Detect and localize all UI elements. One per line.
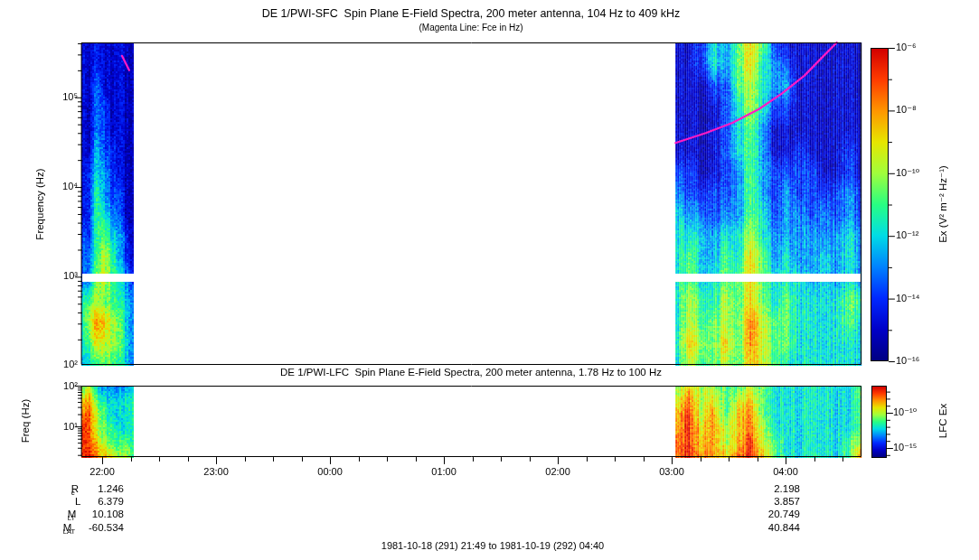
date-range-label: 1981-10-18 (291) 21:49 to 1981-10-19 (29… bbox=[381, 540, 604, 551]
lfc-colorbar-tick-label: 10⁻¹⁰ bbox=[893, 406, 917, 418]
sfc-colorbar bbox=[871, 48, 889, 361]
x-axis-tick-label: 04:00 bbox=[773, 466, 798, 478]
spectrogram-figure: DE 1/PWI-SFC Spin Plane E-Field Spectra,… bbox=[0, 0, 979, 560]
sfc-colorbar-label: Ex (V² m⁻² Hz⁻¹) bbox=[937, 165, 949, 243]
sfc-colorbar-tick-label: 10⁻¹⁰ bbox=[896, 167, 919, 179]
x-axis-tick-label: 03:00 bbox=[659, 466, 684, 478]
ephemeris-value-right: 40.844 bbox=[0, 522, 800, 534]
x-axis-tick-label: 02:00 bbox=[545, 466, 570, 478]
lfc-colorbar-tick-label: 10⁻¹⁵ bbox=[893, 442, 917, 453]
spectrogram-canvas bbox=[0, 0, 979, 560]
sfc-panel-subtitle: (Magenta Line: Fce in Hz) bbox=[419, 23, 522, 33]
sfc-y-tick-label: 10³ bbox=[40, 270, 78, 282]
x-axis-tick-label: 23:00 bbox=[203, 466, 229, 478]
sfc-y-tick-label: 10⁴ bbox=[40, 181, 78, 192]
sfc-colorbar-tick-label: 10⁻¹² bbox=[896, 229, 918, 241]
lfc-y-tick-label: 10² bbox=[40, 380, 78, 392]
lfc-colorbar bbox=[871, 386, 887, 458]
x-axis-tick-label: 22:00 bbox=[89, 466, 115, 478]
lfc-colorbar-label: LFC Ex bbox=[937, 404, 948, 438]
sfc-colorbar-tick-label: 10⁻¹⁴ bbox=[896, 293, 919, 304]
sfc-y-tick-label: 10² bbox=[40, 359, 78, 370]
lfc-panel-title: DE 1/PWI-LFC Spin Plane E-Field Spectra,… bbox=[280, 367, 662, 378]
lfc-y-tick-label: 10¹ bbox=[40, 421, 78, 433]
sfc-y-axis-label: Frequency (Hz) bbox=[34, 168, 45, 239]
x-axis-tick-label: 00:00 bbox=[317, 466, 343, 478]
sfc-colorbar-tick-label: 10⁻⁸ bbox=[896, 104, 917, 116]
sfc-panel-title: DE 1/PWI-SFC Spin Plane E-Field Spectra,… bbox=[262, 7, 681, 20]
ephemeris-value-right: 2.198 bbox=[0, 483, 800, 495]
sfc-colorbar-tick-label: 10⁻¹⁶ bbox=[896, 355, 919, 367]
x-axis-tick-label: 01:00 bbox=[431, 466, 457, 478]
sfc-y-tick-label: 10⁵ bbox=[40, 91, 78, 103]
lfc-y-axis-label: Freq (Hz) bbox=[20, 399, 31, 443]
ephemeris-value-right: 20.749 bbox=[0, 509, 800, 520]
sfc-colorbar-tick-label: 10⁻⁶ bbox=[896, 42, 917, 53]
ephemeris-value-right: 3.857 bbox=[0, 496, 800, 508]
